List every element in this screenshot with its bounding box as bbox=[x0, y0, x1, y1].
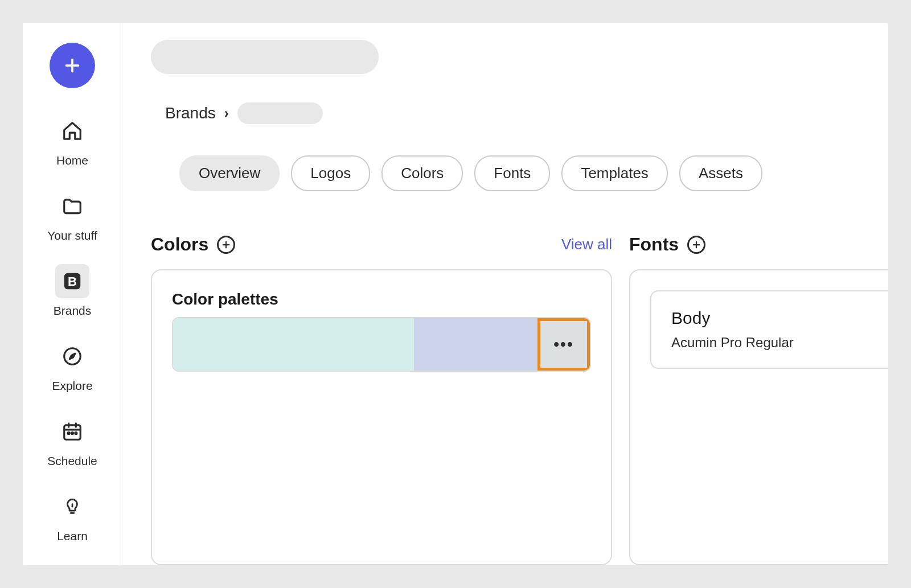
svg-point-11 bbox=[71, 433, 73, 434]
main-content: Brands › Overview Logos Colors Fonts Tem… bbox=[122, 23, 888, 565]
tab-fonts[interactable]: Fonts bbox=[474, 155, 550, 191]
svg-point-12 bbox=[75, 433, 77, 434]
page-title-placeholder bbox=[151, 40, 379, 74]
more-icon: ••• bbox=[553, 335, 573, 353]
tab-templates[interactable]: Templates bbox=[561, 155, 668, 191]
lightbulb-icon bbox=[61, 495, 84, 518]
sidebar-item-home[interactable]: Home bbox=[23, 114, 122, 167]
breadcrumb: Brands › bbox=[151, 102, 888, 124]
sidebar-item-label: Learn bbox=[57, 529, 88, 543]
svg-point-10 bbox=[68, 433, 69, 434]
tab-logos[interactable]: Logos bbox=[291, 155, 370, 191]
panels-row: Colors View all Color palettes bbox=[151, 234, 888, 565]
brand-icon: B bbox=[61, 270, 84, 293]
tab-overview[interactable]: Overview bbox=[179, 155, 280, 191]
font-card-name: Body bbox=[671, 309, 868, 328]
sidebar: Home Your stuff bbox=[23, 23, 122, 565]
add-color-button[interactable] bbox=[217, 236, 235, 254]
colors-title: Colors bbox=[151, 234, 208, 255]
sidebar-item-label: Brands bbox=[54, 304, 92, 318]
colors-panel: Colors View all Color palettes bbox=[151, 234, 612, 565]
fonts-panel-body: Body Acumin Pro Regular bbox=[629, 269, 888, 565]
sidebar-item-label: Your stuff bbox=[47, 229, 97, 242]
add-font-button[interactable] bbox=[687, 236, 705, 254]
sidebar-item-label: Explore bbox=[52, 379, 92, 393]
sidebar-item-learn[interactable]: Learn bbox=[23, 490, 122, 543]
colors-view-all-link[interactable]: View all bbox=[561, 236, 612, 253]
tabs: Overview Logos Colors Fonts Templates As… bbox=[151, 155, 888, 191]
sidebar-item-your-stuff[interactable]: Your stuff bbox=[23, 189, 122, 242]
plus-icon bbox=[62, 55, 83, 76]
nav-items: Home Your stuff bbox=[23, 114, 122, 543]
tab-colors[interactable]: Colors bbox=[381, 155, 463, 191]
palette-more-button[interactable]: ••• bbox=[537, 318, 590, 371]
sidebar-item-explore[interactable]: Explore bbox=[23, 339, 122, 393]
fonts-title: Fonts bbox=[629, 234, 679, 255]
plus-icon bbox=[221, 240, 231, 250]
breadcrumb-current-placeholder bbox=[237, 102, 323, 124]
sidebar-item-brands[interactable]: B Brands bbox=[23, 264, 122, 318]
svg-text:B: B bbox=[68, 274, 77, 289]
font-card-value: Acumin Pro Regular bbox=[671, 335, 868, 351]
font-card[interactable]: Body Acumin Pro Regular bbox=[650, 290, 888, 369]
plus-icon bbox=[691, 240, 701, 250]
sidebar-item-label: Home bbox=[56, 154, 88, 167]
calendar-icon bbox=[61, 420, 84, 443]
folder-icon bbox=[61, 195, 84, 217]
fonts-panel: Fonts Body Acumin Pro Regular bbox=[629, 234, 888, 565]
breadcrumb-root[interactable]: Brands bbox=[165, 104, 216, 122]
tab-assets[interactable]: Assets bbox=[679, 155, 762, 191]
compass-icon bbox=[61, 345, 84, 368]
home-icon bbox=[61, 120, 84, 142]
fonts-panel-header: Fonts bbox=[629, 234, 888, 255]
app-container: Home Your stuff bbox=[23, 23, 888, 565]
sidebar-item-label: Schedule bbox=[47, 454, 97, 468]
add-button[interactable] bbox=[50, 43, 95, 88]
colors-panel-header: Colors View all bbox=[151, 234, 612, 255]
chevron-right-icon: › bbox=[224, 105, 229, 121]
sidebar-item-schedule[interactable]: Schedule bbox=[23, 414, 122, 468]
color-palette-row[interactable]: ••• bbox=[172, 317, 591, 372]
color-swatch bbox=[173, 318, 414, 371]
svg-marker-5 bbox=[69, 353, 75, 359]
color-palettes-title: Color palettes bbox=[172, 290, 591, 309]
colors-panel-body: Color palettes ••• bbox=[151, 269, 612, 565]
